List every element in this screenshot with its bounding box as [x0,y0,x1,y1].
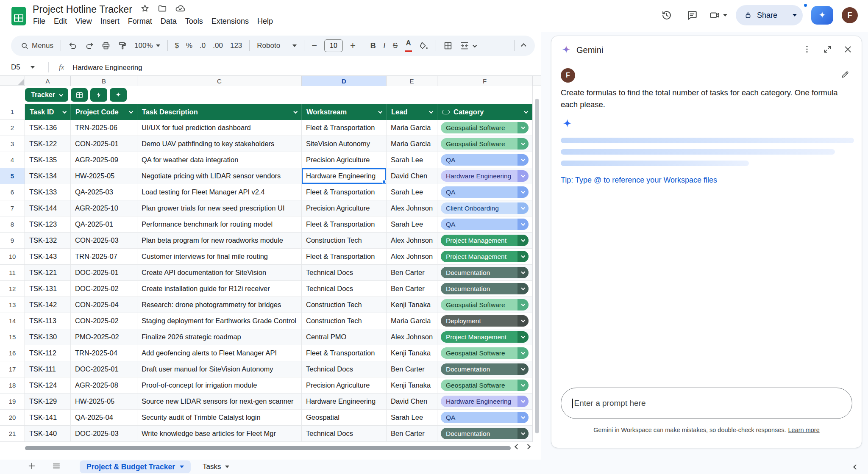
horizontal-scrollbar-thumb[interactable] [25,446,511,450]
cell-id[interactable]: TSK-122 [25,136,71,152]
category-chip-chevron[interactable] [517,122,529,133]
cell-code[interactable]: QA-2025-01 [71,216,137,233]
cell-id[interactable]: TSK-134 [25,168,71,184]
cell-ws[interactable]: Hardware Engineering [302,394,387,410]
cell-category[interactable]: QA [437,216,532,233]
cell-code[interactable]: CON-2025-04 [71,297,137,313]
row-header-5[interactable]: 5 [0,168,25,184]
category-chip[interactable]: Client Onboarding [441,202,529,214]
header-cell-category[interactable]: Category [437,104,532,120]
row-header-4[interactable]: 4 [0,152,25,168]
category-chip[interactable]: QA [441,219,529,230]
row-header-20[interactable]: 20 [0,410,25,426]
cell-code[interactable]: AGR-2025-09 [71,152,137,168]
menu-insert[interactable]: Insert [96,17,124,26]
cell-lead[interactable]: Maria Garcia [387,120,437,136]
increase-decimal-button[interactable]: .00 [213,42,223,50]
vertical-scrollbar[interactable] [532,76,541,442]
menu-file[interactable]: File [29,17,50,26]
header-cell-project-code[interactable]: Project Code [71,104,137,120]
category-chip-chevron[interactable] [517,363,529,375]
cell-ws[interactable]: Precision Agriculture [302,152,387,168]
menu-edit[interactable]: Edit [50,17,71,26]
row-header-14[interactable]: 14 [0,313,25,329]
cell-id[interactable]: TSK-142 [25,297,71,313]
account-avatar[interactable]: F [842,7,858,23]
category-chip[interactable]: Geospatial Software [441,380,529,391]
cell-lead[interactable]: Ben Carter [387,281,437,297]
cell-id[interactable]: TSK-130 [25,329,71,345]
row-header-7[interactable]: 7 [0,200,25,216]
add-sheet-icon[interactable] [27,461,36,472]
row-header-12[interactable]: 12 [0,281,25,297]
increase-font-size-button[interactable]: + [350,40,356,51]
cell-desc[interactable]: Finalize 2026 strategic roadmap [137,329,302,345]
move-folder-icon[interactable] [158,4,167,15]
row-header-18[interactable]: 18 [0,377,25,394]
row-header-17[interactable]: 17 [0,361,25,377]
name-box-dropdown-icon[interactable] [31,66,35,69]
cell-id[interactable]: TSK-121 [25,265,71,281]
cell-category[interactable]: QA [437,184,532,200]
row-header-10[interactable]: 10 [0,249,25,265]
cell-code[interactable]: HW-2025-05 [71,394,137,410]
filter-chevron-icon[interactable] [293,109,297,113]
category-chip[interactable]: Documentation [441,428,529,439]
merge-dropdown-icon[interactable] [473,43,477,47]
cell-code[interactable]: DOC-2025-03 [71,426,137,442]
sheet-tab-dropdown-icon[interactable] [180,466,184,468]
sheet-tab-dropdown-icon[interactable] [225,466,229,468]
cell-category[interactable]: Geospatial Software [437,377,532,394]
undo-button[interactable] [68,41,78,50]
cell-id[interactable]: TSK-124 [25,377,71,394]
cell-desc[interactable]: Load testing for Fleet Manager API v2.4 [137,184,302,200]
panel-close-icon[interactable] [843,45,852,55]
cell-code[interactable]: HW-2025-05 [71,168,137,184]
category-chip[interactable]: QA [441,154,529,166]
panel-expand-icon[interactable] [823,45,832,55]
sheet-tab-tasks[interactable]: Tasks [203,463,229,471]
cell-lead[interactable]: David Chen [387,168,437,184]
cell-lead[interactable]: David Chen [387,394,437,410]
document-title[interactable]: Project Hotline Tracker [33,4,132,15]
cell-lead[interactable]: Ben Carter [387,265,437,281]
cell-lead[interactable]: Kenji Tanaka [387,377,437,394]
category-chip[interactable]: Documentation [441,363,529,375]
scroll-right-icon[interactable] [525,444,531,449]
category-chip-chevron[interactable] [517,347,529,359]
cell-code[interactable]: QA-2025-04 [71,410,137,426]
prompt-input[interactable]: Enter a prompt here [561,388,852,419]
cloud-status-icon[interactable] [175,3,185,15]
category-chip-chevron[interactable] [517,380,529,391]
workspace-tip-link[interactable]: Tip: Type @ to reference your Workspace … [561,176,717,185]
cell-lead[interactable]: Alex Johnson [387,200,437,216]
cell-lead[interactable]: Alex Johnson [387,233,437,249]
cell-desc[interactable]: Plan grower trials for new seed prescrip… [137,200,302,216]
category-chip[interactable]: Hardware Engineering [441,396,529,407]
category-chip-chevron[interactable] [517,315,529,327]
cell-lead[interactable]: Sarah Lee [387,184,437,200]
menu-extensions[interactable]: Extensions [207,17,253,26]
strikethrough-button[interactable]: S [393,42,398,50]
cell-lead[interactable]: Kenji Tanaka [387,345,437,361]
category-chip[interactable]: QA [441,186,529,198]
column-header-D[interactable]: D [302,76,387,86]
cell-id[interactable]: TSK-141 [25,410,71,426]
table-gemini-button[interactable] [110,88,127,102]
category-chip-chevron[interactable] [517,299,529,310]
cell-id[interactable]: TSK-112 [25,345,71,361]
cell-code[interactable]: TRN-2025-07 [71,249,137,265]
sheets-logo[interactable] [11,6,26,28]
category-chip-chevron[interactable] [517,412,529,423]
cell-ws[interactable]: Technical Docs [302,265,387,281]
cell-desc[interactable]: Staging deployment for Earthworks Grade … [137,313,302,329]
column-header-B[interactable]: B [71,76,137,86]
category-chip-chevron[interactable] [517,267,529,278]
filter-chevron-icon[interactable] [524,109,528,113]
menu-help[interactable]: Help [253,17,277,26]
category-chip-chevron[interactable] [517,283,529,294]
table-name-chip[interactable]: Tracker [25,88,68,102]
print-button[interactable] [101,41,111,50]
table-quick-action-button[interactable] [90,88,107,102]
cell-desc[interactable]: Plan beta program for new roadworks modu… [137,233,302,249]
